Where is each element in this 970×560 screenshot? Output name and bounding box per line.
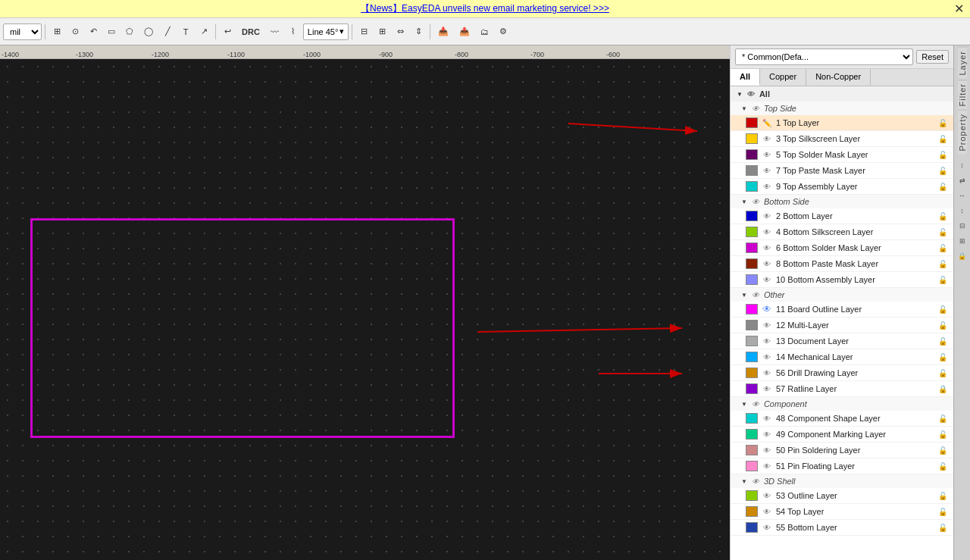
group-component-vis[interactable]: 👁 — [750, 399, 761, 409]
layer-vis-12[interactable]: 👁 — [762, 320, 772, 330]
layer-lock-9[interactable]: 🔓 — [938, 183, 947, 191]
layer-vis-14[interactable]: 👁 — [762, 352, 772, 362]
sidebar-btn-lock[interactable]: 🔒 — [956, 249, 969, 263]
sidebar-label-filter[interactable]: Filter — [958, 80, 967, 109]
gerber-button[interactable]: 🗂 — [476, 22, 493, 42]
group-all-vis[interactable]: 👁 — [746, 89, 756, 99]
layer-item-1[interactable]: ✏️ 1 Top Layer 🔓 — [731, 115, 953, 131]
layer-lock-4[interactable]: 🔓 — [938, 228, 947, 236]
group-bottom-side[interactable]: ▼ 👁 Bottom Side — [731, 195, 953, 208]
layer-item-9[interactable]: 👁 9 Top Assembly Layer 🔓 — [731, 179, 953, 195]
layer-lock-53[interactable]: 🔓 — [938, 492, 947, 500]
group-top-side[interactable]: ▼ 👁 Top Side — [731, 102, 953, 115]
layer-vis-2[interactable]: 👁 — [762, 211, 772, 221]
layer-vis-5[interactable]: 👁 — [762, 149, 772, 160]
canvas-content[interactable] — [0, 59, 730, 560]
layer-vis-56[interactable]: 👁 — [762, 368, 772, 378]
layer-vis-6[interactable]: 👁 — [762, 242, 772, 253]
sidebar-label-layer[interactable]: Layer — [958, 47, 967, 79]
layer-lock-56[interactable]: 🔓 — [938, 369, 947, 377]
layer-lock-14[interactable]: 🔓 — [938, 353, 947, 361]
align-button[interactable]: ⊟ — [355, 22, 372, 42]
distribute-button[interactable]: ⊞ — [374, 22, 390, 42]
layer-item-57[interactable]: 👁 57 Ratline Layer 🔒 — [731, 381, 953, 397]
layer-lock-57[interactable]: 🔒 — [938, 385, 947, 393]
layer-item-7[interactable]: 👁 7 Top Paste Mask Layer 🔓 — [731, 163, 953, 179]
group-other-vis[interactable]: 👁 — [750, 289, 761, 300]
layer-vis-50[interactable]: 👁 — [762, 445, 772, 455]
group-3d-shell[interactable]: ▼ 👁 3D Shell — [731, 474, 953, 488]
layer-item-49[interactable]: 👁 49 Component Marking Layer 🔓 — [731, 427, 953, 443]
undo-button[interactable]: ↩ — [219, 22, 236, 42]
layer-vis-55[interactable]: 👁 — [762, 522, 772, 533]
layer-lock-50[interactable]: 🔓 — [938, 446, 947, 455]
layer-lock-49[interactable]: 🔓 — [938, 430, 947, 439]
news-link[interactable]: 【News】EasyEDA unveils new email marketin… — [361, 3, 609, 14]
layer-vis-53[interactable]: 👁 — [762, 490, 772, 501]
layer-item-13[interactable]: 👁 13 Document Layer 🔓 — [731, 333, 953, 349]
export-button[interactable]: 📤 — [455, 22, 474, 42]
layer-item-48[interactable]: 👁 48 Component Shape Layer 🔓 — [731, 411, 953, 427]
layer-vis-10[interactable]: 👁 — [762, 274, 772, 285]
layer-lock-5[interactable]: 🔓 — [938, 151, 947, 159]
sidebar-btn-2[interactable]: ⇄ — [956, 174, 969, 187]
layer-item-55[interactable]: 👁 55 Bottom Layer 🔓 — [731, 520, 953, 536]
group-other[interactable]: ▼ 👁 Other — [731, 288, 953, 302]
layer-lock-10[interactable]: 🔓 — [938, 276, 947, 284]
canvas-area[interactable]: -1400 -1300 -1200 -1100 -1000 -900 -800 … — [0, 45, 730, 560]
tab-all[interactable]: All — [731, 69, 760, 86]
layer-vis-48[interactable]: 👁 — [762, 413, 772, 424]
layer-item-53[interactable]: 👁 53 Outline Layer 🔓 — [731, 488, 953, 504]
drc-button[interactable]: DRC — [237, 22, 264, 42]
layer-vis-13[interactable]: 👁 — [762, 336, 772, 346]
arc-button[interactable]: ↶ — [85, 22, 102, 42]
layer-lock-1[interactable]: 🔓 — [938, 119, 947, 127]
layer-item-11[interactable]: 👁 11 Board Outline Layer 🔓 — [731, 302, 953, 318]
sidebar-label-property[interactable]: Property — [958, 110, 967, 155]
layer-item-54[interactable]: 👁 54 Top Layer 🔓 — [731, 504, 953, 520]
layer-item-56[interactable]: 👁 56 Drill Drawing Layer 🔓 — [731, 365, 953, 381]
layer-vis-3[interactable]: 👁 — [762, 133, 772, 144]
layer-item-6[interactable]: 👁 6 Bottom Solder Mask Layer 🔓 — [731, 240, 953, 256]
layer-item-4[interactable]: 👁 4 Bottom Silkscreen Layer 🔓 — [731, 224, 953, 240]
layer-vis-7[interactable]: 👁 — [762, 165, 772, 176]
sidebar-btn-1[interactable]: ↕ — [956, 158, 969, 172]
layer-vis-8[interactable]: 👁 — [762, 258, 772, 269]
layer-vis-54[interactable]: 👁 — [762, 506, 772, 517]
panel-preset-select[interactable]: * Common(Defa... — [735, 48, 913, 65]
layer-item-8[interactable]: 👁 8 Bottom Paste Mask Layer 🔓 — [731, 256, 953, 272]
route-button[interactable]: 〰 — [266, 22, 283, 42]
layer-item-14[interactable]: 👁 14 Mechanical Layer 🔓 — [731, 349, 953, 365]
panel-reset-button[interactable]: Reset — [916, 50, 949, 64]
news-close-button[interactable]: ✕ — [954, 2, 964, 16]
layer-lock-11[interactable]: 🔓 — [938, 305, 947, 314]
layer-item-51[interactable]: 👁 51 Pin Floating Layer 🔓 — [731, 458, 953, 474]
settings-button[interactable]: ⚙ — [495, 22, 512, 42]
layer-lock-48[interactable]: 🔓 — [938, 415, 947, 423]
tab-copper[interactable]: Copper — [760, 69, 806, 86]
rect-button[interactable]: ▭ — [103, 22, 120, 42]
layer-item-50[interactable]: 👁 50 Pin Soldering Layer 🔓 — [731, 443, 953, 458]
bend-button[interactable]: ↗ — [196, 22, 212, 42]
teardr-button[interactable]: ⌇ — [285, 22, 302, 42]
layer-lock-54[interactable]: 🔓 — [938, 508, 947, 516]
group-3d-shell-vis[interactable]: 👁 — [750, 476, 761, 486]
sidebar-btn-5[interactable]: ⊟ — [956, 219, 969, 233]
layer-vis-4[interactable]: 👁 — [762, 227, 772, 237]
layer-lock-55[interactable]: 🔓 — [938, 524, 947, 532]
sidebar-btn-3[interactable]: ↔ — [956, 189, 969, 202]
layer-vis-11[interactable]: 👁 — [762, 304, 772, 314]
circle-button[interactable]: ◯ — [139, 22, 158, 42]
layer-item-5[interactable]: 👁 5 Top Solder Mask Layer 🔓 — [731, 147, 953, 163]
layer-vis-1[interactable]: ✏️ — [762, 117, 772, 128]
import-button[interactable]: 📥 — [433, 22, 453, 42]
layer-item-10[interactable]: 👁 10 Bottom Assembly Layer 🔓 — [731, 272, 953, 288]
flip-h-button[interactable]: ⇔ — [392, 22, 408, 42]
unit-select[interactable]: milmminch — [3, 23, 42, 40]
layer-vis-57[interactable]: 👁 — [762, 383, 772, 394]
group-component[interactable]: ▼ 👁 Component — [731, 397, 953, 411]
group-all[interactable]: ▼ 👁 All — [731, 86, 953, 102]
layer-lock-12[interactable]: 🔓 — [938, 321, 947, 330]
layer-item-12[interactable]: 👁 12 Multi-Layer 🔓 — [731, 318, 953, 333]
layer-lock-51[interactable]: 🔓 — [938, 462, 947, 471]
